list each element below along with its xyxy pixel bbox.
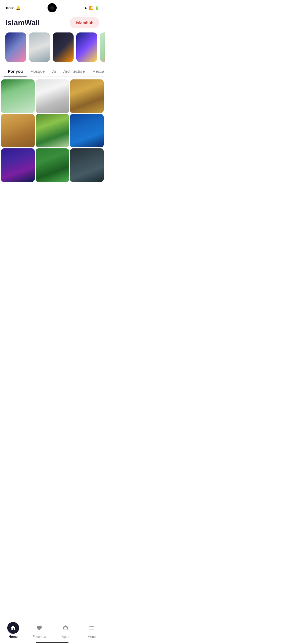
image-grid: [0, 77, 105, 183]
grid-image-7[interactable]: [1, 148, 35, 182]
tab-for-you[interactable]: For you: [4, 66, 27, 77]
thumbnail-1[interactable]: [5, 32, 26, 62]
category-tabs: For you Mosque Ai Architecture Mecca N..…: [0, 66, 105, 77]
tab-ai[interactable]: Ai: [48, 66, 59, 77]
tab-mecca[interactable]: Mecca: [89, 66, 105, 77]
grid-image-3[interactable]: [70, 79, 104, 113]
thumbnail-2[interactable]: [29, 32, 50, 62]
grid-image-6[interactable]: [70, 114, 104, 148]
content-area: For you Mosque Ai Architecture Mecca N..…: [0, 32, 105, 210]
grid-image-4[interactable]: [1, 114, 35, 148]
thumbnail-5[interactable]: [100, 32, 105, 62]
grid-image-8[interactable]: [36, 148, 69, 182]
wifi-icon: ▲: [84, 6, 88, 10]
status-bar: 10:38 🔔 ▲ 📶 🔋: [0, 0, 105, 14]
status-notification-icon: 🔔: [16, 6, 20, 10]
grid-image-9[interactable]: [70, 148, 104, 182]
signal-icon: 📶: [89, 6, 93, 10]
header: IslamWall islamhub: [0, 14, 105, 32]
battery-icon: 🔋: [95, 6, 99, 10]
camera-cutout: [48, 3, 57, 12]
grid-image-2[interactable]: [36, 79, 69, 113]
islamhub-button[interactable]: islamhub: [70, 17, 99, 28]
app-title: IslamWall: [5, 19, 40, 27]
grid-image-1[interactable]: [1, 79, 35, 113]
category-thumbnails: [0, 32, 105, 66]
grid-image-5[interactable]: [36, 114, 69, 148]
status-left: 10:38 🔔: [5, 6, 20, 10]
thumbnail-4[interactable]: [76, 32, 97, 62]
time: 10:38: [5, 6, 14, 10]
tab-mosque[interactable]: Mosque: [27, 66, 48, 77]
tab-architecture[interactable]: Architecture: [60, 66, 89, 77]
thumbnail-3[interactable]: [53, 32, 74, 62]
status-right: ▲ 📶 🔋: [84, 6, 99, 10]
